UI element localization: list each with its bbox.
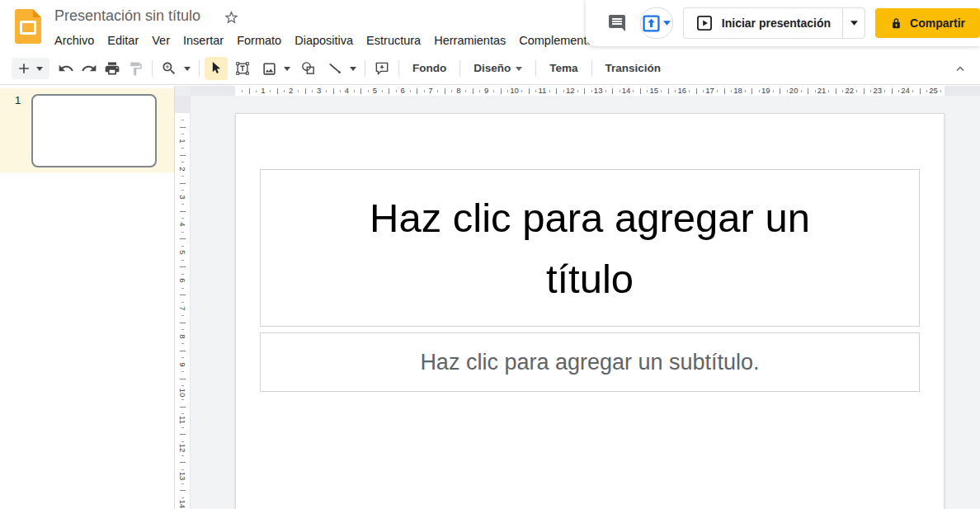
ruler-tick — [180, 127, 186, 128]
slide-thumbnail[interactable] — [31, 94, 157, 167]
h-ruler-number: 6 — [400, 86, 404, 96]
insert-image-dropdown-caret[interactable] — [280, 57, 294, 80]
insert-image-button[interactable] — [257, 57, 280, 80]
ruler-tick — [181, 274, 184, 275]
ruler-tick — [298, 90, 299, 92]
share-button[interactable]: Compartir — [875, 8, 980, 38]
insert-line-button[interactable] — [323, 57, 346, 80]
toolbar: FondoDiseñoTemaTransición — [0, 53, 980, 85]
h-ruler-number: 5 — [373, 86, 377, 96]
logo-inner-rect — [20, 21, 36, 35]
paint-format-button[interactable] — [124, 57, 147, 80]
filmstrip-slide-1[interactable]: 1 — [0, 88, 174, 172]
toolbar-tema-button[interactable]: Tema — [541, 58, 586, 79]
h-ruler-number: 12 — [566, 86, 575, 96]
menu-estructura[interactable]: Estructura — [360, 30, 427, 51]
toolbar-fondo-button[interactable]: Fondo — [404, 58, 455, 79]
title-placeholder[interactable]: Haz clic para agregar un título — [260, 169, 920, 327]
ruler-tick — [181, 232, 184, 233]
toolbar-text-buttons: FondoDiseñoTemaTransición — [393, 58, 669, 79]
ruler-tick — [181, 288, 184, 289]
v-ruler-number: 3 — [178, 195, 187, 199]
ruler-tick — [180, 434, 186, 435]
ruler-tick — [181, 134, 184, 134]
menu-editar[interactable]: Editar — [101, 30, 145, 51]
zoom-button[interactable] — [158, 57, 181, 80]
header: Presentación sin título ArchivoEditarVer… — [0, 0, 980, 53]
ruler-tick — [284, 90, 285, 92]
ruler-margin — [175, 96, 191, 113]
ruler-tick — [181, 148, 184, 148]
h-ruler-number: 9 — [484, 86, 488, 96]
v-ruler-number: 4 — [178, 223, 187, 227]
menu-archivo[interactable]: Archivo — [48, 30, 101, 51]
new-slide-dropdown-caret[interactable] — [33, 57, 46, 80]
ruler-tick — [181, 371, 184, 372]
h-ruler-number: 1 — [261, 86, 265, 96]
text-box-button[interactable] — [231, 57, 254, 80]
v-ruler-number: 12 — [178, 444, 187, 453]
start-presentation-button-group: Iniciar presentación — [683, 7, 865, 39]
star-icon[interactable] — [224, 10, 239, 26]
slides-logo[interactable] — [15, 9, 41, 44]
vertical-ruler: 1234567891011121314 — [175, 96, 191, 509]
slide-filmstrip: 1 — [0, 86, 175, 509]
slide-page[interactable]: Haz clic para agregar un título Haz clic… — [235, 113, 945, 509]
zoom-button-group — [158, 57, 194, 80]
subtitle-placeholder[interactable]: Haz clic para agregar un subtítulo. — [260, 332, 920, 392]
ruler-tick — [661, 90, 662, 92]
toolbar-separator — [535, 60, 536, 77]
ruler-tick — [181, 469, 184, 470]
menu-herramientas[interactable]: Herramientas — [427, 30, 512, 51]
print-button[interactable] — [101, 57, 124, 80]
start-presentation-button[interactable]: Iniciar presentación — [684, 8, 842, 38]
redo-button[interactable] — [78, 57, 101, 80]
ruler-tick — [181, 343, 184, 344]
add-comment-button[interactable] — [370, 57, 393, 80]
insert-shape-button[interactable] — [297, 57, 320, 80]
menu-ver[interactable]: Ver — [145, 30, 177, 51]
toolbar-transicion-button[interactable]: Transición — [597, 58, 670, 79]
ruler-tick — [417, 88, 417, 94]
play-icon — [695, 14, 714, 32]
ruler-tick — [181, 260, 184, 261]
ruler-tick — [689, 90, 690, 92]
ruler-tick — [396, 90, 397, 92]
v-ruler-number: 6 — [178, 278, 187, 282]
ruler-tick — [640, 88, 641, 94]
ruler-tick — [181, 385, 184, 386]
toolbar-separator — [365, 60, 365, 77]
ruler-tick — [842, 90, 843, 92]
toolbar-diseno-button[interactable]: Diseño — [465, 58, 530, 79]
ruler-tick — [451, 90, 452, 92]
ruler-tick — [828, 90, 829, 92]
ruler-tick — [884, 90, 885, 92]
document-title[interactable]: Presentación sin título — [54, 7, 200, 25]
ruler-tick — [703, 90, 704, 92]
presentation-options-caret[interactable] — [842, 8, 865, 38]
ruler-tick — [836, 88, 836, 94]
menu-formato[interactable]: Formato — [230, 30, 288, 51]
insert-line-dropdown-caret[interactable] — [346, 57, 360, 80]
h-ruler-number: 15 — [650, 86, 659, 96]
insert-line-group — [323, 57, 360, 80]
new-slide-button[interactable] — [15, 57, 33, 80]
ruler-tick — [668, 88, 669, 94]
open-comment-history-button[interactable] — [607, 9, 627, 37]
undo-button[interactable] — [54, 57, 78, 80]
ruler-tick — [612, 88, 613, 94]
v-ruler-number: 10 — [178, 388, 187, 397]
h-ruler-number: 7 — [428, 86, 432, 96]
menu-diapositiva[interactable]: Diapositiva — [288, 30, 360, 51]
zoom-dropdown-caret[interactable] — [181, 57, 194, 80]
ruler-tick — [382, 90, 383, 92]
select-cursor-button[interactable] — [205, 57, 228, 80]
ruler-tick — [180, 211, 186, 212]
menu-insertar[interactable]: Insertar — [177, 30, 230, 51]
present-to-meeting-button[interactable] — [640, 7, 673, 39]
collapse-toolbar-button[interactable] — [949, 57, 972, 80]
ruler-tick — [181, 302, 184, 303]
v-ruler-number: 7 — [178, 306, 187, 310]
ruler-tick — [724, 88, 725, 94]
ruler-tick — [787, 90, 788, 92]
